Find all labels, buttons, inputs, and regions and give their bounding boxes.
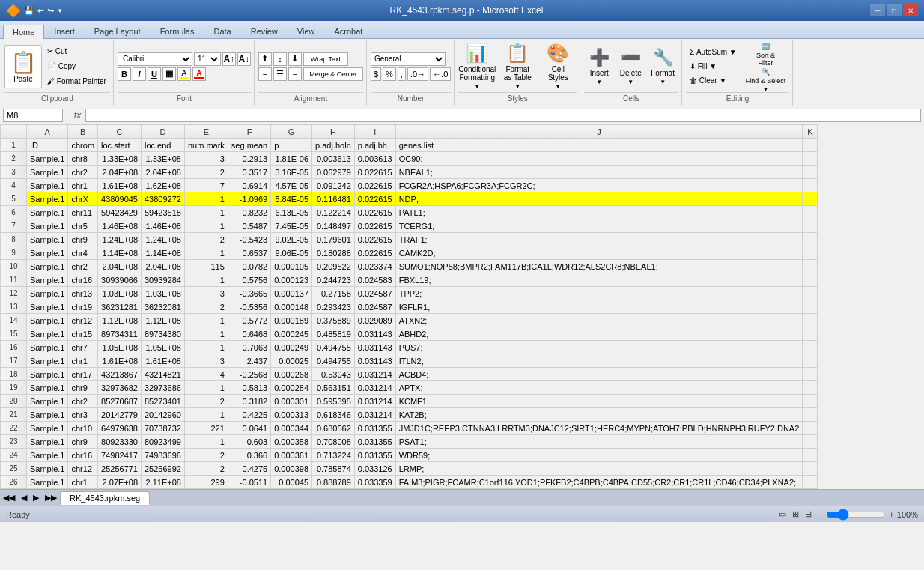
table-cell[interactable]: 1.46E+08 (98, 219, 142, 233)
format-button[interactable]: 🔧 Format ▼ (647, 45, 678, 88)
table-cell[interactable]: 0.029089 (354, 314, 395, 327)
table-cell[interactable]: APTX; (395, 381, 803, 395)
table-cell[interactable]: 0.031143 (354, 327, 395, 341)
insert-button[interactable]: ➕ Insert ▼ (584, 45, 614, 88)
table-cell[interactable]: 1 (184, 341, 228, 354)
table-cell[interactable]: chr1 (68, 354, 98, 368)
table-cell[interactable]: 0.022615 (354, 219, 395, 233)
table-cell[interactable]: chr7 (68, 341, 98, 354)
table-cell[interactable]: 1 (184, 381, 228, 395)
table-cell[interactable]: NBEAL1; (395, 166, 803, 179)
quick-undo[interactable]: ↩ (37, 6, 44, 16)
col-header-k[interactable]: K (803, 125, 818, 139)
col-header-e[interactable]: E (184, 125, 228, 139)
autosum-button[interactable]: Σ AutoSum ▼ (686, 46, 741, 59)
table-cell[interactable]: 30939284 (142, 273, 185, 287)
table-cell[interactable]: 2 (184, 300, 228, 314)
table-cell[interactable]: 0.5813 (228, 381, 270, 395)
zoom-out-button[interactable]: ─ (818, 510, 824, 519)
percent-button[interactable]: % (383, 67, 396, 81)
underline-button[interactable]: U (148, 67, 161, 81)
table-cell[interactable]: Sample.1 (27, 179, 68, 192)
table-cell[interactable]: 0.033359 (354, 476, 395, 489)
table-cell[interactable]: chr16 (68, 449, 98, 462)
table-cell[interactable]: PUS7; (395, 341, 803, 354)
table-cell[interactable]: 2.04E+08 (142, 260, 185, 273)
row-number[interactable]: 26 (1, 476, 27, 489)
row-number[interactable]: 4 (1, 179, 27, 192)
table-cell[interactable]: 80923330 (98, 435, 142, 449)
table-cell[interactable]: 0.003613 (354, 152, 395, 166)
table-cell[interactable]: 0.00025 (271, 354, 312, 368)
table-cell[interactable]: IGFLR1; (395, 300, 803, 314)
col-header-c[interactable]: C (98, 125, 142, 139)
table-cell[interactable]: 0.000344 (271, 422, 312, 435)
row-number[interactable]: 9 (1, 246, 27, 260)
table-cell[interactable]: 0.680562 (312, 422, 355, 435)
table-cell[interactable]: 1.03E+08 (98, 287, 142, 300)
font-size-select[interactable]: 11 (194, 52, 221, 66)
table-cell[interactable]: 89734311 (98, 327, 142, 341)
table-cell[interactable]: 0.031214 (354, 408, 395, 422)
table-cell[interactable]: 0.6537 (228, 246, 270, 260)
table-cell[interactable] (803, 192, 818, 206)
tab-formulas[interactable]: Formulas (151, 24, 204, 38)
table-cell[interactable]: 0.5772 (228, 314, 270, 327)
table-cell[interactable] (803, 166, 818, 179)
table-cell[interactable]: 0.031355 (354, 422, 395, 435)
scroll-right-tab[interactable]: ▶▶ (42, 493, 60, 503)
table-cell[interactable]: chr2 (68, 166, 98, 179)
col-header-b[interactable]: B (68, 125, 98, 139)
table-cell[interactable]: 9.02E-05 (271, 233, 312, 246)
clear-button[interactable]: 🗑 Clear ▼ (686, 74, 741, 88)
table-cell[interactable]: 0.3517 (228, 166, 270, 179)
tab-data[interactable]: Data (204, 24, 240, 38)
align-top-button[interactable]: ⬆ (258, 52, 272, 66)
table-cell[interactable]: 6.13E-05 (271, 206, 312, 219)
quick-save[interactable]: 💾 (24, 6, 34, 16)
table-cell[interactable]: -0.5356 (228, 300, 270, 314)
row-number[interactable]: 23 (1, 435, 27, 449)
table-cell[interactable]: ABHD2; (395, 327, 803, 341)
table-cell[interactable]: 20142960 (142, 408, 185, 422)
table-cell[interactable] (803, 476, 818, 489)
table-cell[interactable]: 32973682 (98, 381, 142, 395)
row-number[interactable]: 24 (1, 449, 27, 462)
row-number[interactable]: 16 (1, 341, 27, 354)
table-cell[interactable]: 0.023374 (354, 260, 395, 273)
table-cell[interactable]: chr13 (68, 287, 98, 300)
table-cell[interactable]: 0.4225 (228, 408, 270, 422)
table-cell[interactable] (803, 152, 818, 166)
table-cell[interactable]: 70738732 (142, 422, 185, 435)
table-cell[interactable]: 0.024587 (354, 300, 395, 314)
row-number[interactable]: 5 (1, 192, 27, 206)
table-cell[interactable]: ATXN2; (395, 314, 803, 327)
tab-home[interactable]: Home (3, 25, 44, 39)
table-cell[interactable]: 1.12E+08 (142, 314, 185, 327)
table-cell[interactable]: 1.14E+08 (98, 246, 142, 260)
table-cell[interactable]: 0.022615 (354, 246, 395, 260)
delete-button[interactable]: ➖ Delete ▼ (616, 45, 645, 88)
table-cell[interactable]: 0.888789 (312, 476, 355, 489)
table-cell[interactable]: 0.148497 (312, 219, 355, 233)
table-cell[interactable]: chr4 (68, 246, 98, 260)
table-cell[interactable]: chr15 (68, 327, 98, 341)
border-button[interactable]: ▦ (162, 67, 176, 81)
table-cell[interactable]: 4 (184, 368, 228, 381)
table-cell[interactable]: chr9 (68, 435, 98, 449)
table-cell[interactable]: 1 (184, 219, 228, 233)
table-cell[interactable]: 59423518 (142, 206, 185, 219)
table-cell[interactable]: Sample.1 (27, 260, 68, 273)
comma-button[interactable]: , (398, 67, 406, 81)
table-cell[interactable]: 0.595395 (312, 395, 355, 408)
table-cell[interactable]: 0.000358 (271, 435, 312, 449)
table-cell[interactable]: Sample.1 (27, 354, 68, 368)
table-cell[interactable]: 2 (184, 449, 228, 462)
table-cell[interactable]: 0.27158 (312, 287, 355, 300)
table-cell[interactable]: chr12 (68, 462, 98, 476)
table-cell[interactable]: 0.000301 (271, 395, 312, 408)
table-cell[interactable]: 0.031214 (354, 368, 395, 381)
quick-access-arrow[interactable]: ▼ (57, 7, 63, 14)
table-cell[interactable]: 0.53043 (312, 368, 355, 381)
table-cell[interactable] (803, 300, 818, 314)
